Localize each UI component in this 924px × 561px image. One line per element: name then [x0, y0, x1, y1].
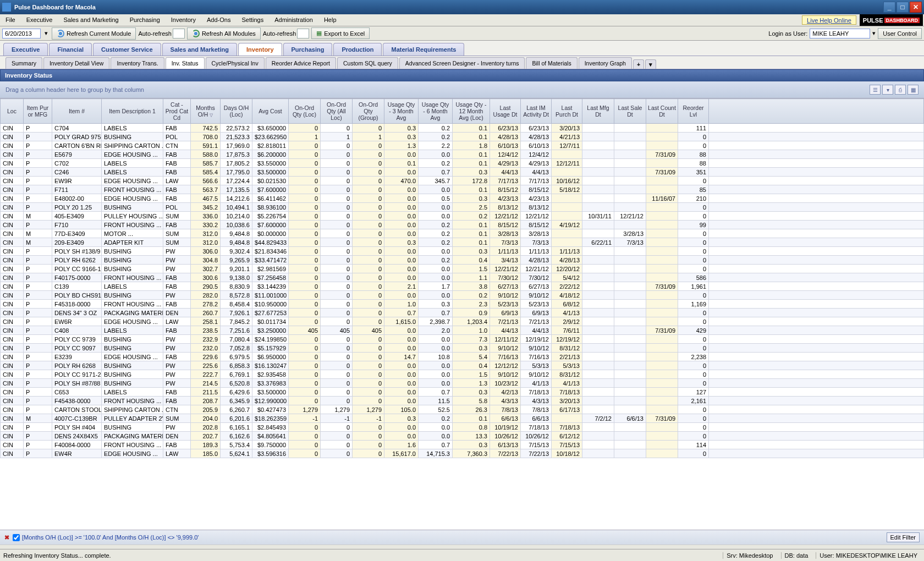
tab-material-requirements[interactable]: Material Requirements	[383, 43, 464, 56]
col-header-pur[interactable]: Item Pur or MFG	[24, 99, 52, 124]
col-header-loc[interactable]: Loc	[1, 99, 24, 124]
col-header-lcd[interactable]: Last Count Dt	[646, 99, 678, 124]
clear-filter-icon[interactable]: ✖	[4, 534, 9, 541]
table-row[interactable]: CINM405-E3409PULLEY HOUSING ...SUM336.01…	[1, 212, 924, 221]
col-header-doh[interactable]: Days O/H (Loc)	[221, 99, 252, 124]
minimize-button[interactable]: _	[883, 2, 895, 13]
tab-production[interactable]: Production	[333, 43, 382, 56]
table-row[interactable]: CINPF40175-0000FRONT HOUSING ...FAB300.6…	[1, 273, 924, 282]
table-row[interactable]: CINPE3239EDGE HOUSING ...FAB229.66,979.5…	[1, 353, 924, 361]
table-row[interactable]: CINPDENS 34" 3 OZPACKAGING MATERI...DEN2…	[1, 309, 924, 317]
tab-overflow-button[interactable]: ▾	[645, 59, 656, 69]
table-row[interactable]: CINPC704LABELSFAB742.522,573.2$3.6500000…	[1, 124, 924, 133]
auto-refresh-toggle-2[interactable]	[297, 29, 309, 38]
refresh-current-button[interactable]: Refresh Current Module	[52, 28, 136, 40]
date-input[interactable]	[2, 29, 41, 38]
login-user-select[interactable]	[810, 29, 870, 38]
table-row[interactable]: CINPDENS 24X84X5PACKAGING MATERI...DEN20…	[1, 432, 924, 441]
print-icon[interactable]: ⎙	[895, 85, 906, 95]
col-header-cat[interactable]: Cat - Prod Cat Cd	[163, 99, 191, 124]
login-dropdown-icon[interactable]: ▾	[872, 30, 876, 37]
live-help-link[interactable]: Live Help Online	[802, 15, 856, 25]
subtab-inventory-detail-view[interactable]: Inventory Detail View	[43, 57, 109, 69]
table-row[interactable]: CINPPOLY CC 9171-21BUSHINGPW222.76,769.1…	[1, 370, 924, 379]
col-header-u6[interactable]: Usage Qty - 6 Month Avg	[419, 99, 453, 124]
table-row[interactable]: CINPF40084-0000FRONT HOUSING ...FAB189.3…	[1, 441, 924, 449]
table-row[interactable]: CINPEW4REDGE HOUSING ...LAW185.05,624.1$…	[1, 449, 924, 458]
table-row[interactable]: CINPC139LABELSFAB290.58,830.9$3.14423900…	[1, 282, 924, 291]
table-row[interactable]: CINPEW9REDGE HOUSING ...LAW566.617,224.4…	[1, 177, 924, 185]
edit-filter-button[interactable]: Edit Filter	[887, 532, 920, 542]
table-row[interactable]: CINPF45318-0000FRONT HOUSING ...FAB278.2…	[1, 300, 924, 309]
col-header-u3[interactable]: Usage Qty - 3 Month Avg	[384, 99, 419, 124]
refresh-all-button[interactable]: Refresh All Modules	[187, 28, 261, 40]
menu-add-ons[interactable]: Add-Ons	[201, 14, 236, 26]
tab-executive[interactable]: Executive	[3, 43, 48, 56]
menu-settings[interactable]: Settings	[236, 14, 269, 26]
col-header-avg[interactable]: Avg Cost	[252, 99, 289, 124]
menu-file[interactable]: File	[0, 14, 21, 26]
table-row[interactable]: CINPPOLY CC 9739BUSHINGPW232.97,080.4$24…	[1, 335, 924, 344]
menu-sales-and-marketing[interactable]: Sales and Marketing	[58, 14, 124, 26]
table-row[interactable]: CINM209-E3409ADAPTER KITSUM312.09,484.8$…	[1, 238, 924, 247]
filter-enabled-checkbox[interactable]	[13, 534, 20, 541]
tab-customer-service[interactable]: Customer Service	[93, 43, 161, 56]
table-row[interactable]: CINPPOLY RH 6262BUSHINGPW304.89,265.9$33…	[1, 256, 924, 265]
col-header-rlv[interactable]: Reorder Lvl	[678, 99, 709, 124]
table-row[interactable]: CINPPOLY SH #404BUSHINGPW202.86,165.1$2.…	[1, 423, 924, 432]
tab-inventory[interactable]: Inventory	[238, 43, 282, 56]
subtab-inventory-trans-[interactable]: Inventory Trans.	[111, 57, 164, 69]
table-row[interactable]: CINPPOLY RH 6268BUSHINGPW225.66,858.3$16…	[1, 361, 924, 370]
col-header-oql[interactable]: On-Ord Qty (Loc)	[289, 99, 321, 124]
date-dropdown-icon[interactable]: ▾	[43, 30, 50, 37]
table-row[interactable]: CINPPOLY GRAD 9757BUSHINGPOL708.021,523.…	[1, 133, 924, 141]
table-row[interactable]: CINPCARTON 6'BN RHSHIPPING CARTON ...CTN…	[1, 141, 924, 150]
add-tab-button[interactable]: +	[633, 59, 644, 69]
col-header-lia[interactable]: Last IM Activity Dt	[521, 99, 552, 124]
menu-purchasing[interactable]: Purchasing	[124, 14, 166, 26]
subtab-inv-status[interactable]: Inv. Status	[166, 57, 205, 69]
tab-purchasing[interactable]: Purchasing	[283, 43, 333, 56]
subtab-summary[interactable]: Summary	[6, 57, 42, 69]
menu-administration[interactable]: Administration	[269, 14, 318, 26]
maximize-button[interactable]: □	[897, 2, 909, 13]
table-row[interactable]: CINPPOLY CC 9166-16BUSHINGPW302.79,201.1…	[1, 265, 924, 273]
user-control-button[interactable]: User Control	[878, 28, 922, 39]
col-header-oqa[interactable]: On-Ord Qty (All Loc)	[321, 99, 353, 124]
table-row[interactable]: CINPE48002-00EDGE HOUSING ...FAB467.514,…	[1, 194, 924, 203]
col-header-moh[interactable]: Months O/H ▽	[191, 99, 221, 124]
table-row[interactable]: CINPC408LABELSFAB238.57,251.6$3.25000040…	[1, 326, 924, 335]
table-row[interactable]: CINPPOLY BD CHS91...BUSHINGPW282.08,572.…	[1, 291, 924, 300]
subtab-bill-of-materials[interactable]: Bill of Materials	[526, 57, 577, 69]
table-row[interactable]: CINPC702LABELSFAB585.717,805.2$3.5500000…	[1, 159, 924, 168]
col-header-desc[interactable]: Item Description 1	[102, 99, 163, 124]
export-grid-icon[interactable]: ▦	[908, 85, 919, 95]
col-header-lpd[interactable]: Last Purch Dt	[552, 99, 582, 124]
col-header-lsd[interactable]: Last Sale Dt	[614, 99, 646, 124]
close-button[interactable]: ✕	[910, 2, 922, 13]
table-row[interactable]: CINPF710FRONT HOUSING ...FAB330.210,038.…	[1, 221, 924, 229]
table-row[interactable]: CINPPOLY SH #87/88BUSHINGPW214.56,520.8$…	[1, 379, 924, 388]
col-header-u12[interactable]: Usage Qty - 12 Month Avg (Loc)	[453, 99, 490, 124]
tab-financial[interactable]: Financial	[49, 43, 92, 56]
table-row[interactable]: CINPPOLY CC 9097BUSHINGPW232.07,052.8$5.…	[1, 344, 924, 353]
table-row[interactable]: CINPC653LABELSFAB211.56,429.6$3.50000000…	[1, 388, 924, 397]
table-row[interactable]: CINM77D-E3409MOTOR ...SUM312.09,484.8$0.…	[1, 229, 924, 238]
subtab-reorder-advice-report[interactable]: Reorder Advice Report	[266, 57, 336, 69]
table-row[interactable]: CINPPOLY 20 1.25BUSHINGPOL345.210,494.1$…	[1, 203, 924, 212]
table-row[interactable]: CINPF711FRONT HOUSING ...FAB563.717,135.…	[1, 185, 924, 194]
tab-sales-and-marketing[interactable]: Sales and Marketing	[162, 43, 237, 56]
col-header-item[interactable]: Item #	[52, 99, 102, 124]
subtab-cycle-physical-inv[interactable]: Cycle/Physical Inv	[206, 57, 265, 69]
table-row[interactable]: CINPEW6REDGE HOUSING ...LAW258.17,845.2$…	[1, 317, 924, 326]
table-row[interactable]: CINPF45438-0000FRONT HOUSING ...FAB208.7…	[1, 397, 924, 405]
menu-executive[interactable]: Executive	[21, 14, 58, 26]
table-row[interactable]: CINPE5679EDGE HOUSING ...FAB588.017,875.…	[1, 150, 924, 159]
view-selector-icon[interactable]: ☰	[870, 85, 881, 95]
table-row[interactable]: CINPPOLY SH #138/9BUSHINGPW306.09,302.4$…	[1, 247, 924, 256]
export-excel-button[interactable]: ▦ Export to Excel	[311, 28, 370, 39]
menu-help[interactable]: Help	[318, 14, 342, 26]
subtab-advanced-screen-designer-inventory-turns[interactable]: Advanced Screen Designer - Inventory tur…	[399, 57, 525, 69]
menu-inventory[interactable]: Inventory	[166, 14, 201, 26]
table-row[interactable]: CINPCARTON STOOLSHIPPING CARTON ...CTN20…	[1, 405, 924, 414]
